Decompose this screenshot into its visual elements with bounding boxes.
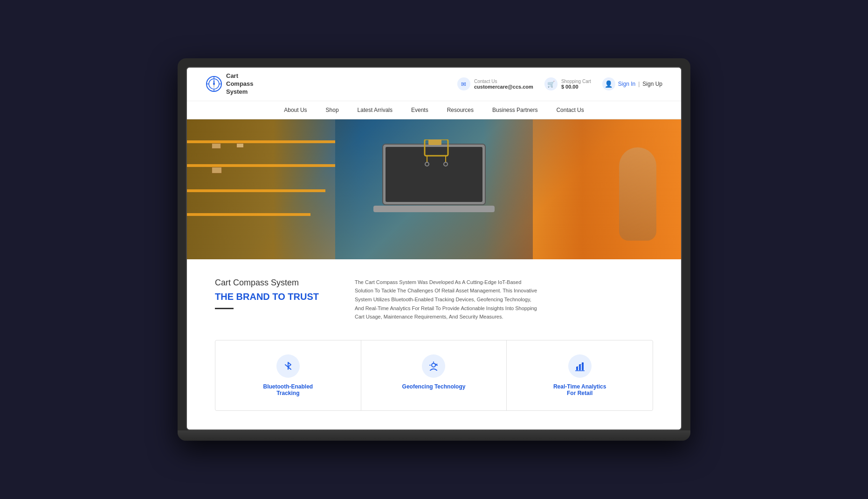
site-nav: About Us Shop Latest Arrivals Events Res… [187, 101, 681, 119]
features-grid: Bluetooth-EnabledTracking [215, 340, 653, 411]
user-icon: 👤 [602, 77, 615, 90]
laptop-mockup: Cart Compass System ✉ Contact Us custome… [178, 58, 690, 441]
site-header: Cart Compass System ✉ Contact Us custome… [187, 68, 681, 101]
signup-link[interactable]: Sign Up [642, 81, 662, 87]
feature-geofencing[interactable]: Geofencing Technology [361, 340, 507, 410]
about-title: Cart Compass System [215, 278, 327, 288]
nav-business-partners[interactable]: Business Partners [490, 106, 539, 114]
about-description: The Cart Compass System Was Developed As… [355, 278, 541, 321]
browser-content: Cart Compass System ✉ Contact Us custome… [187, 68, 681, 430]
logo-area: Cart Compass System [206, 72, 254, 96]
feature-bluetooth[interactable]: Bluetooth-EnabledTracking [215, 340, 361, 410]
nav-latest-arrivals[interactable]: Latest Arrivals [356, 106, 394, 114]
nav-resources[interactable]: Resources [445, 106, 475, 114]
bluetooth-label: Bluetooth-EnabledTracking [263, 383, 313, 396]
header-right: ✉ Contact Us customercare@ccs.com 🛒 Shop… [457, 77, 662, 90]
geofencing-label: Geofencing Technology [402, 383, 466, 390]
about-left: Cart Compass System THE BRAND TO TRUST [215, 278, 327, 309]
about-subtitle: THE BRAND TO TRUST [215, 291, 327, 302]
nav-contact-us[interactable]: Contact Us [554, 106, 586, 114]
header-contact[interactable]: ✉ Contact Us customercare@ccs.com [457, 77, 533, 90]
geofencing-icon [422, 354, 445, 378]
laptop-svg [364, 139, 504, 223]
analytics-label: Real-Time AnalyticsFor Retail [553, 383, 606, 396]
nav-shop[interactable]: Shop [324, 106, 341, 114]
svg-point-4 [213, 83, 215, 85]
cart-icon: 🛒 [544, 77, 558, 90]
svg-point-20 [432, 363, 435, 367]
nav-about-us[interactable]: About Us [282, 106, 309, 114]
feature-analytics[interactable]: Real-Time AnalyticsFor Retail [507, 340, 653, 410]
laptop-screen: Cart Compass System ✉ Contact Us custome… [186, 67, 682, 430]
hero-section [187, 119, 681, 259]
signin-link[interactable]: Sign In [618, 81, 635, 87]
svg-rect-11 [373, 206, 495, 212]
nav-events[interactable]: Events [409, 106, 430, 114]
svg-rect-19 [428, 139, 441, 145]
about-divider [215, 308, 234, 309]
bluetooth-icon [276, 354, 300, 378]
features-section: Bluetooth-EnabledTracking [187, 340, 681, 430]
header-cart-text: Shopping Cart $ 00.00 [561, 79, 591, 90]
laptop-base [178, 430, 690, 441]
header-auth: 👤 Sign In | Sign Up [602, 77, 662, 90]
about-section: Cart Compass System THE BRAND TO TRUST T… [187, 259, 681, 340]
svg-rect-26 [576, 367, 578, 370]
analytics-icon [568, 354, 592, 378]
email-icon: ✉ [457, 77, 470, 90]
header-cart[interactable]: 🛒 Shopping Cart $ 00.00 [544, 77, 591, 90]
header-contact-text: Contact Us customercare@ccs.com [474, 79, 533, 90]
logo-text: Cart Compass System [226, 72, 254, 96]
hero-illustration [364, 139, 504, 225]
auth-separator: | [638, 81, 640, 87]
compass-logo-icon [206, 76, 222, 92]
